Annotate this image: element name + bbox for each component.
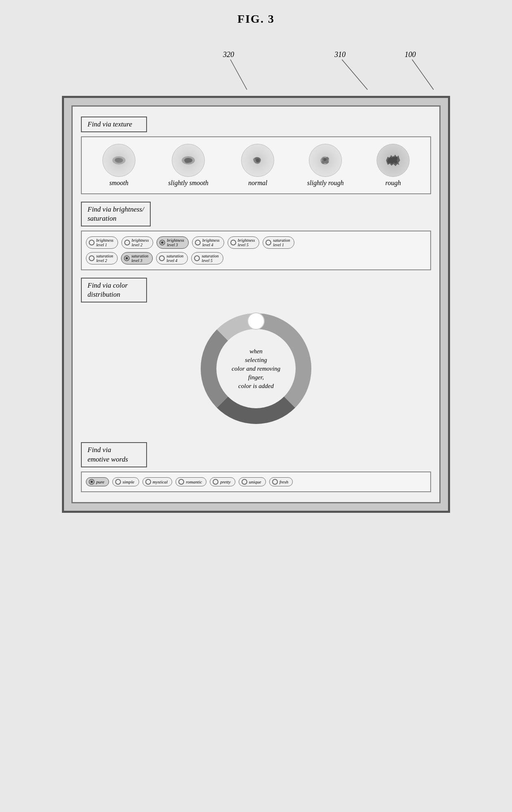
pill-sl3[interactable]: saturation level 3 <box>121 252 153 264</box>
radio-bl4 <box>195 240 201 245</box>
color-heading: Find via color distribution <box>81 278 147 302</box>
radio-bl1 <box>89 240 95 245</box>
label-pretty: pretty <box>220 479 230 484</box>
radio-bl5 <box>230 240 236 245</box>
page-title: FIG. 3 <box>237 12 275 26</box>
pill-pure[interactable]: pure <box>86 477 109 486</box>
brightness-heading: Find via brightness/ saturation <box>81 202 151 226</box>
outer-border-100: Find via texture smooth <box>62 96 450 513</box>
svg-point-8 <box>256 159 259 162</box>
pill-mystical[interactable]: mystical <box>142 477 173 486</box>
svg-point-13 <box>248 313 264 329</box>
texture-circle-smooth <box>102 144 135 177</box>
pill-sl2-label: saturation level 2 <box>96 254 113 263</box>
brush-slightly-rough-icon <box>315 150 336 171</box>
radio-pretty <box>213 479 218 485</box>
reference-arrows <box>62 50 450 96</box>
pill-sl5[interactable]: saturation level 5 <box>191 252 223 264</box>
inner-panel-320: Find via texture smooth <box>71 105 441 503</box>
svg-point-5 <box>115 158 121 161</box>
pill-sl4-label: saturation level 4 <box>166 254 183 263</box>
emotive-heading: Find via emotive words <box>81 442 147 467</box>
label-pure: pure <box>96 479 104 484</box>
color-section: Find via color distribution <box>81 278 431 435</box>
svg-line-2 <box>412 60 434 90</box>
radio-sl3 <box>124 255 130 261</box>
pill-bl4[interactable]: brightness level 4 <box>192 236 224 249</box>
pill-bl1-label: brightness level 1 <box>96 238 114 247</box>
radio-romantic <box>178 479 184 485</box>
brush-normal-icon <box>247 150 268 171</box>
pill-bl1[interactable]: brightness level 1 <box>86 236 118 249</box>
pill-sl2[interactable]: saturation level 2 <box>86 252 118 264</box>
pill-sl4[interactable]: saturation level 4 <box>156 252 188 264</box>
texture-label-slightly-smooth: slightly smooth <box>168 179 208 187</box>
texture-item-slightly-smooth[interactable]: slightly smooth <box>168 144 208 187</box>
texture-item-smooth[interactable]: smooth <box>102 144 135 187</box>
radio-sl4 <box>159 255 165 261</box>
radio-unique <box>242 479 247 485</box>
brightness-row1: brightness level 1 brightness level 2 br… <box>86 236 426 249</box>
radio-sl1 <box>265 240 271 245</box>
radio-pure <box>89 479 95 485</box>
texture-label-rough: rough <box>385 179 401 187</box>
texture-circle-slightly-rough <box>309 144 342 177</box>
pill-bl2-label: brightness level 2 <box>132 238 149 247</box>
brightness-row2: saturation level 2 saturation level 3 sa… <box>86 252 426 264</box>
pill-bl5[interactable]: brightness level 5 <box>228 236 260 249</box>
texture-section: Find via texture smooth <box>81 117 431 194</box>
pill-bl3-label: brightness level 3 <box>167 238 184 247</box>
brightness-box: brightness level 1 brightness level 2 br… <box>81 231 431 270</box>
pill-sl1-label: saturation level 1 <box>273 238 290 247</box>
texture-item-normal[interactable]: normal <box>241 144 274 187</box>
brush-rough-icon <box>382 149 404 171</box>
pill-unique[interactable]: unique <box>239 477 266 486</box>
color-wheel-text: when selecting color and removing finger… <box>232 347 280 391</box>
svg-line-1 <box>342 60 367 90</box>
pill-sl5-label: saturation level 5 <box>201 254 218 263</box>
texture-item-rough[interactable]: rough <box>377 144 410 187</box>
brush-slightly-smooth-icon <box>178 150 199 171</box>
brush-smooth-icon <box>109 150 129 171</box>
radio-sl2 <box>89 255 95 261</box>
svg-line-0 <box>230 60 247 90</box>
color-wheel[interactable]: when selecting color and removing finger… <box>198 311 314 426</box>
pill-fresh[interactable]: fresh <box>269 477 293 486</box>
label-unique: unique <box>249 479 261 484</box>
texture-box: smooth slightly smooth <box>81 136 431 194</box>
pill-simple[interactable]: simple <box>112 477 139 486</box>
pill-romantic[interactable]: romantic <box>175 477 206 486</box>
texture-circle-rough <box>377 144 410 177</box>
color-dist-container: when selecting color and removing finger… <box>81 302 431 435</box>
radio-bl3 <box>159 240 165 245</box>
pill-sl1[interactable]: saturation level 1 <box>263 236 294 249</box>
label-mystical: mystical <box>153 479 168 484</box>
brightness-section: Find via brightness/ saturation brightne… <box>81 202 431 270</box>
pill-bl4-label: brightness level 4 <box>202 238 220 247</box>
texture-label-normal: normal <box>248 179 267 187</box>
radio-simple <box>115 479 121 485</box>
radio-fresh <box>272 479 278 485</box>
emotive-box: pure simple mystical romantic pretty <box>81 471 431 492</box>
texture-label-smooth: smooth <box>109 179 128 187</box>
texture-heading: Find via texture <box>81 117 147 132</box>
pill-bl5-label: brightness level 5 <box>238 238 255 247</box>
radio-sl5 <box>194 255 200 261</box>
texture-circle-slightly-smooth <box>172 144 205 177</box>
label-romantic: romantic <box>186 479 202 484</box>
label-simple: simple <box>123 479 135 484</box>
pill-pretty[interactable]: pretty <box>210 477 235 486</box>
pill-bl2[interactable]: brightness level 2 <box>121 236 154 249</box>
radio-mystical <box>145 479 151 485</box>
radio-bl2 <box>124 240 130 245</box>
emotive-section: Find via emotive words pure simple mysti… <box>81 442 431 492</box>
pill-sl3-label: saturation level 3 <box>131 254 148 263</box>
pill-bl3[interactable]: brightness level 3 <box>156 236 189 249</box>
texture-label-slightly-rough: slightly rough <box>307 179 344 187</box>
label-fresh: fresh <box>280 479 289 484</box>
texture-item-slightly-rough[interactable]: slightly rough <box>307 144 344 187</box>
texture-circle-normal <box>241 144 274 177</box>
